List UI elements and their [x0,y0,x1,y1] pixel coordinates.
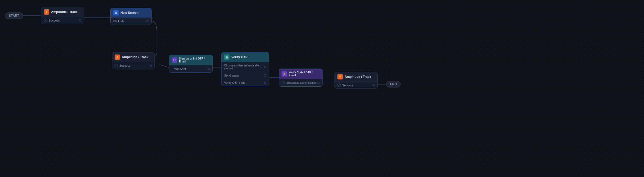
amplitude-node-3: ⚡ Amplitude / Track ✓ Success [334,72,378,89]
successful-auth-row: ✓ Successful authentication [279,79,322,86]
choose-auth-row: Choose another authentication method [221,62,269,72]
new-screen-header: ▣ New Screen [111,8,151,18]
amplitude1-success-port[interactable] [79,19,81,22]
send-again-port[interactable] [264,74,266,77]
amplitude2-success-row: ✓ Success [112,62,154,69]
click-me-label: Click Me [113,20,124,23]
connectors-svg [0,0,644,177]
verify-otp-header: ▣ Verify OTP [221,52,269,62]
verify-otp-title: Verify OTP [231,55,248,59]
new-screen-title: New Screen [120,11,139,15]
verify-code-check-icon: ✓ [282,81,285,85]
choose-auth-port[interactable] [264,66,266,68]
new-screen-icon: ▣ [113,10,119,15]
amplitude-node-2: ⚡ Amplitude / Track ✓ Success [112,52,155,69]
signup-title: Sign Up or In / OTP / Email [179,57,210,63]
verify-otp-code-port[interactable] [264,82,266,84]
successful-auth-label: Successful authentication [286,81,316,84]
send-again-label: Send again [224,74,239,77]
verify-code-icon: ⚡ [282,71,287,77]
signup-node: ⬡ Sign Up or In / OTP / Email Email Sent [169,55,213,73]
start-pill: START [5,12,23,19]
amplitude3-success-row: ✓ Success [335,82,377,88]
verify-otp-node: ▣ Verify OTP Choose another authenticati… [221,52,269,86]
amplitude2-success-label: Success [119,64,131,67]
choose-auth-label: Choose another authentication method [224,64,264,70]
amplitude1-header: ⚡ Amplitude / Track [41,7,84,17]
amplitude1-icon: ⚡ [44,9,49,15]
new-screen-node: ▣ New Screen Click Me [110,8,152,25]
signup-header: ⬡ Sign Up or In / OTP / Email [169,55,212,65]
amplitude3-success-label: Success [342,84,353,87]
verify-code-title: Verify Code / OTP / Email [289,71,320,77]
amplitude3-title: Amplitude / Track [345,75,371,79]
amplitude3-icon: ⚡ [337,74,343,79]
amplitude2-icon: ⚡ [115,54,120,60]
email-sent-port[interactable] [208,68,210,70]
canvas: START ⚡ Amplitude / Track ✓ Success ▣ Ne… [0,0,644,177]
amplitude1-success-row: ✓ Success [41,17,84,24]
amplitude3-header: ⚡ Amplitude / Track [335,72,377,82]
click-me-port[interactable] [147,20,149,22]
verify-otp-icon: ▣ [224,54,229,60]
email-sent-row: Email Sent [169,65,212,72]
verify-code-node: ⚡ Verify Code / OTP / Email ✓ Successful… [279,69,323,87]
amplitude2-check-icon: ✓ [115,64,118,67]
amplitude3-check-icon: ✓ [337,83,341,87]
amplitude1-success-label: Success [49,19,60,22]
amplitude1-check-icon: ✓ [44,19,47,22]
verify-code-header: ⚡ Verify Code / OTP / Email [279,69,322,79]
end-label: END [390,82,397,86]
successful-auth-port[interactable] [317,82,320,84]
amplitude1-title: Amplitude / Track [51,10,78,14]
amplitude2-header: ⚡ Amplitude / Track [112,52,154,62]
send-again-row: Send again [221,72,269,79]
amplitude2-title: Amplitude / Track [122,55,148,59]
end-pill: END [386,81,401,87]
amplitude3-success-port[interactable] [373,84,375,86]
email-sent-label: Email Sent [172,67,186,70]
new-screen-click-row: Click Me [111,18,151,25]
signup-icon: ⬡ [172,57,177,63]
amplitude-node-1: ⚡ Amplitude / Track ✓ Success [41,7,84,24]
amplitude2-success-port[interactable] [150,65,152,67]
verify-otp-code-label: Verify OTP code [224,81,245,84]
verify-otp-code-row: Verify OTP code [221,79,269,86]
start-label: START [9,14,19,18]
